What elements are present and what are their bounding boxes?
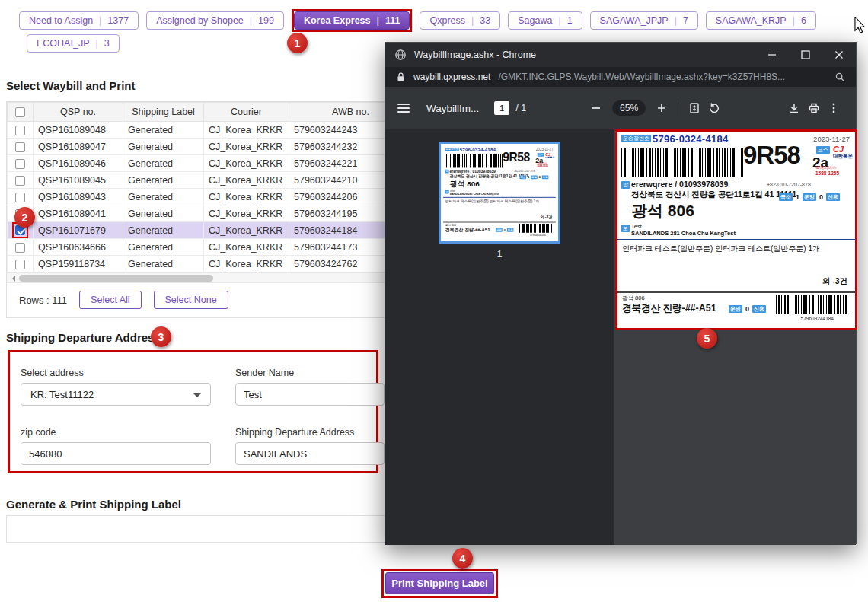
select-address-label: Select address — [21, 368, 84, 378]
scroll-left-arrow-icon[interactable] — [9, 276, 15, 282]
url-bar[interactable]: waybill.qxpress.net /GMKT.INC.GLPS.Waybi… — [385, 67, 856, 87]
menu-hamburger-icon[interactable] — [397, 104, 410, 113]
cell-qsp: QSP161089046 — [34, 155, 123, 172]
fee-value: 0 — [539, 175, 541, 179]
row-checkbox[interactable] — [15, 260, 25, 269]
rotate-icon — [708, 102, 720, 114]
barcode-bottom — [776, 295, 847, 314]
rotate-button[interactable] — [704, 98, 724, 118]
more-options-button[interactable] — [824, 98, 844, 118]
filter-tab-sagawa-jpjp[interactable]: SAGAWA_JPJP | 7 — [590, 11, 698, 30]
zoom-out-button[interactable] — [586, 98, 606, 118]
fit-page-button[interactable] — [685, 98, 704, 118]
sender-name: Test — [631, 223, 642, 230]
select-address-dropdown[interactable]: KR: Test11122 — [21, 383, 211, 406]
row-checkbox[interactable] — [15, 126, 25, 135]
table-row[interactable]: QSP161089048 Generated CJ_Korea_KRKR 579… — [8, 122, 413, 139]
courier-filter-bar-row2: ECOHAI_JP | 3 — [27, 34, 120, 53]
filter-tab-ecohai-jp[interactable]: ECOHAI_JP | 3 — [27, 34, 120, 53]
select-all-checkbox[interactable] — [15, 107, 25, 117]
filter-tab-korea-express[interactable]: Korea Express | 111 — [294, 11, 410, 30]
select-none-button[interactable]: Select None — [154, 291, 228, 309]
separator: | — [99, 15, 101, 26]
table-row[interactable]: QSP161089047 Generated CJ_Korea_KRKR 579… — [8, 139, 413, 155]
pdf-doc-title: WaybillIm... — [426, 103, 479, 114]
bottom-fee-value: 0 — [745, 305, 749, 313]
annotation-circle-4: 4 — [452, 548, 473, 569]
sort-code-big: 9R58 — [503, 151, 529, 164]
cell-qsp: QSP161089043 — [34, 189, 123, 205]
courier-filter-bar: Need to Assign | 1377 Assigned by Shopee… — [19, 9, 816, 32]
print-button[interactable] — [804, 98, 824, 118]
row-checkbox[interactable] — [15, 159, 25, 169]
minimize-button[interactable] — [755, 43, 789, 67]
row-checkbox[interactable] — [15, 243, 25, 253]
filter-tab-sagawa[interactable]: Sagawa | 1 — [508, 11, 582, 30]
filter-tab-sagawa-krjp[interactable]: SAGAWA_KRJP | 6 — [706, 11, 816, 30]
cj-logistics-logo: CJ 대한통운 — [833, 144, 854, 159]
filter-label: Sagawa — [518, 15, 552, 26]
separator: | — [250, 15, 252, 26]
table-row[interactable]: QSP161089045 Generated CJ_Korea_KRKR 579… — [8, 172, 413, 189]
table-row[interactable]: QSP161089043 Generated CJ_Korea_KRKR 579… — [8, 189, 413, 205]
area-code-big: 광석 806 — [450, 179, 480, 189]
separator: | — [377, 15, 380, 26]
filter-label: Qxpress — [429, 15, 465, 26]
maximize-button[interactable] — [789, 43, 822, 67]
waybill-page: 운송장번호 5796-0324-4184 2023-11-27 9R58 2a … — [443, 146, 556, 239]
barcode-main — [621, 148, 743, 177]
filter-count: 33 — [480, 15, 490, 26]
page-favicon-globe-icon — [394, 49, 407, 61]
table-footer-bar: Rows : 111 Select All Select None — [7, 291, 413, 309]
pdf-content-area: 운송장번호 5796-0324-4184 2023-11-27 9R58 2a … — [385, 129, 856, 545]
download-icon — [788, 102, 800, 114]
download-button[interactable] — [784, 98, 804, 118]
row-checkbox[interactable] — [15, 176, 25, 186]
lock-icon — [396, 72, 406, 82]
cell-qsp: QSP159118734 — [34, 256, 123, 272]
tracking-number-badge: 운송장번호 — [445, 148, 458, 151]
filter-tab-need-to-assign[interactable]: Need to Assign | 1377 — [19, 11, 139, 30]
receiver-address: 경상북도 경산시 진량읍 공단11로1길 41 11111 — [631, 190, 796, 200]
cell-courier: CJ_Korea_KRKR — [204, 139, 289, 155]
scrollbar-thumb[interactable] — [19, 275, 213, 282]
select-all-button[interactable]: Select All — [79, 291, 141, 309]
extra-parcel-count: 외 -3건 — [822, 276, 847, 287]
column-header-shipping-label: Shipping Label — [123, 103, 204, 122]
separator: | — [471, 15, 474, 26]
fee-value: 0 — [819, 193, 823, 201]
row-checkbox[interactable] — [15, 142, 25, 152]
filter-label: ECOHAI_JP — [37, 38, 89, 49]
sender-name-label: Sender Name — [235, 368, 294, 378]
page-number-input[interactable]: 1 — [494, 101, 509, 115]
filter-tab-qxpress[interactable]: Qxpress | 33 — [420, 11, 500, 30]
item-description: 인터파크 테스트(일반주문) 인터파크 테스트(일반주문) 1개 — [445, 199, 539, 205]
sender-name-field[interactable] — [235, 383, 385, 406]
horizontal-scrollbar[interactable] — [7, 272, 413, 283]
bottom-barcode-number: 579603244184 — [530, 234, 546, 236]
filter-count: 1377 — [107, 15, 129, 26]
close-button[interactable] — [822, 43, 856, 67]
table-row-selected[interactable]: QSP161071679 Generated CJ_Korea_KRKR 579… — [8, 222, 413, 239]
departure-address-field[interactable] — [235, 442, 385, 465]
window-titlebar[interactable]: WaybillImage.ashx - Chrome — [385, 43, 856, 67]
zip-code-field[interactable] — [21, 442, 211, 465]
filter-tab-assigned-by-shopee[interactable]: Assigned by Shopee | 199 — [146, 11, 284, 30]
close-icon — [834, 50, 844, 59]
service-info-line2: 1588-1255 — [537, 164, 548, 167]
print-shipping-label-button[interactable]: Print Shipping Label — [385, 572, 494, 594]
cell-qsp: QSP160634666 — [34, 239, 123, 256]
service-info-line1: 택배서비스 — [815, 165, 837, 170]
row-checkbox[interactable] — [15, 193, 25, 202]
separator: | — [95, 38, 97, 49]
pdf-toolbar: WaybillIm... 1 / 1 65% — [385, 87, 856, 129]
table-row[interactable]: QSP161089041 Generated CJ_Korea_KRKR 579… — [8, 205, 413, 222]
search-icon[interactable] — [834, 72, 845, 82]
table-row[interactable]: QSP159118734 Generated CJ_Korea_KRKR 579… — [8, 256, 413, 272]
pdf-thumbnail[interactable]: 운송장번호 5796-0324-4184 2023-11-27 9R58 2a … — [439, 142, 560, 244]
table-row[interactable]: QSP160634666 Generated CJ_Korea_KRKR 579… — [8, 239, 413, 256]
table-row[interactable]: QSP161089046 Generated CJ_Korea_KRKR 579… — [8, 155, 413, 172]
minus-icon — [591, 103, 602, 113]
zoom-in-button[interactable] — [652, 98, 672, 118]
cell-shipping-label: Generated — [123, 189, 204, 205]
